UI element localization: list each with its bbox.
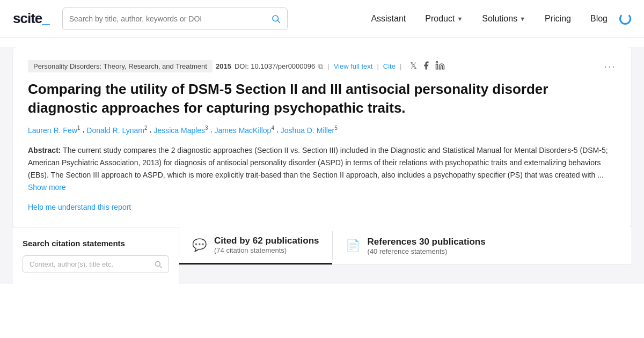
logo[interactable]: scite_ [13,10,49,27]
search-bar [62,8,288,30]
cite-link[interactable]: Cite [383,62,396,70]
abstract: Abstract: The current study compares the… [28,144,616,194]
tab-cited-by[interactable]: 💬 Cited by 62 publications (74 citation … [179,227,332,264]
svg-point-4 [156,262,160,267]
bottom-section: Search citation statements Context, auth… [13,227,631,284]
svg-rect-2 [436,64,438,69]
search-icon [271,14,281,24]
abstract-text: The current study compares the 2 diagnos… [28,146,608,179]
author-5[interactable]: Joshua D. Miller5 [281,125,338,135]
svg-point-3 [436,61,438,63]
nav-blog[interactable]: Blog [583,10,615,28]
main-content: Personality Disorders: Theory, Research,… [0,47,644,284]
citation-search-icon [154,260,162,268]
author-3[interactable]: Jessica Maples3 [153,125,208,135]
nav-pricing[interactable]: Pricing [537,10,579,28]
citation-search-placeholder: Context, author(s), title etc. [30,260,151,268]
solutions-chevron-icon: ▼ [519,16,525,22]
doi-text: DOI: 10.1037/per0000096 [235,62,315,70]
author-2[interactable]: Donald R. Lynam2 [86,125,147,135]
author-1[interactable]: Lauren R. Few1 [28,125,80,135]
svg-point-0 [273,16,279,21]
references-icon: 📄 [346,239,360,253]
tabs-panel: 💬 Cited by 62 publications (74 citation … [179,227,631,284]
references-text-block: References 30 publications (40 reference… [368,237,486,255]
paper-year: 2015 [216,62,231,70]
cited-by-icon: 💬 [192,238,207,252]
abstract-label: Abstract: [28,146,61,155]
help-understand-link[interactable]: Help me understand this report [28,203,131,211]
nav-product[interactable]: Product ▼ [418,10,470,28]
references-label: References 30 publications [368,237,486,247]
view-fulltext-link[interactable]: View full text [334,62,373,70]
copy-doi-icon[interactable]: ⧉ [318,62,323,71]
social-icons: 𝕏 [410,61,445,72]
cited-by-label: Cited by 62 publications [214,236,319,246]
paper-card: Personality Disorders: Theory, Research,… [13,47,631,227]
nav-links: Assistant Product ▼ Solutions ▼ Pricing … [363,10,631,28]
author-4[interactable]: James MacKillop4 [215,125,274,135]
paper-title: Comparing the utility of DSM-5 Section I… [28,80,616,117]
product-chevron-icon: ▼ [457,16,463,22]
show-more-link[interactable]: Show more [28,183,66,192]
navbar: scite_ Assistant Product ▼ Solutions ▼ P… [0,0,644,38]
tab-references[interactable]: 📄 References 30 publications (40 referen… [333,227,499,264]
svg-line-1 [277,20,280,23]
references-count: (40 reference statements) [368,247,486,255]
citation-search-input-wrapper[interactable]: Context, author(s), title etc. [23,255,169,273]
cited-by-text-block: Cited by 62 publications (74 citation st… [214,236,319,254]
journal-line: Personality Disorders: Theory, Research,… [28,60,616,72]
nav-solutions[interactable]: Solutions ▼ [474,10,533,28]
loading-spinner [619,13,631,25]
nav-assistant[interactable]: Assistant [363,10,413,28]
citation-search-panel: Search citation statements Context, auth… [13,228,179,284]
svg-line-5 [160,266,162,268]
cited-by-count: (74 citation statements) [214,246,319,254]
tabs-row: 💬 Cited by 62 publications (74 citation … [179,227,631,265]
twitter-icon[interactable]: 𝕏 [410,61,417,72]
more-options-button[interactable]: ··· [604,60,616,72]
linkedin-icon[interactable] [435,61,445,72]
search-input[interactable] [69,14,271,23]
authors-list: Lauren R. Few1, Donald R. Lynam2, Jessic… [28,125,616,135]
facebook-icon[interactable] [421,61,431,72]
journal-badge: Personality Disorders: Theory, Research,… [28,60,213,72]
citation-search-title: Search citation statements [23,239,169,248]
